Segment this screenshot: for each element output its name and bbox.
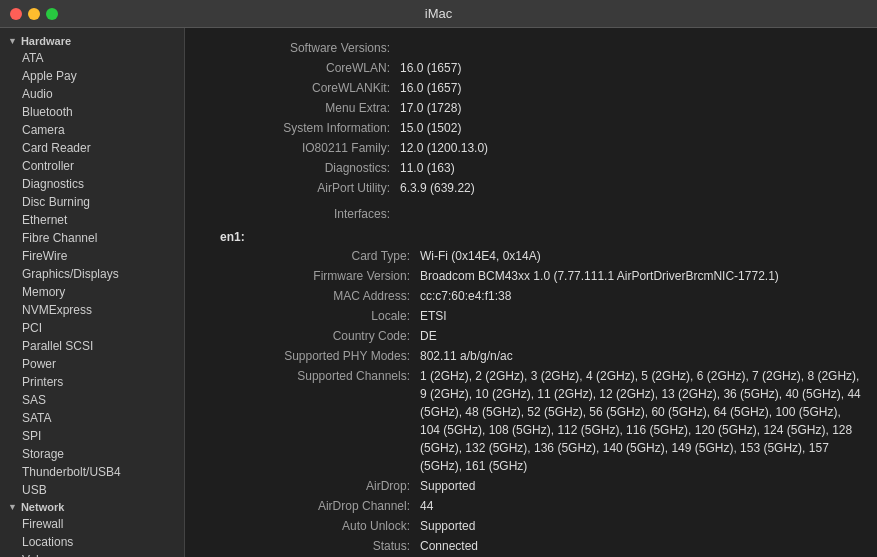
status-row: Status: Connected xyxy=(220,536,862,556)
sidebar-item[interactable]: Controller xyxy=(0,157,184,175)
sysinfo-row: System Information: 15.0 (1502) xyxy=(200,118,862,138)
auto-unlock-row: Auto Unlock: Supported xyxy=(220,516,862,536)
io80211-value: 12.0 (1200.13.0) xyxy=(400,139,862,157)
airport-row: AirPort Utility: 6.3.9 (639.22) xyxy=(200,178,862,198)
sidebar-item[interactable]: Power xyxy=(0,355,184,373)
sidebar-item[interactable]: Storage xyxy=(0,445,184,463)
firmware-row: Firmware Version: Broadcom BCM43xx 1.0 (… xyxy=(220,266,862,286)
interfaces-label: Interfaces: xyxy=(200,205,400,223)
channels-row: Supported Channels: 1 (2GHz), 2 (2GHz), … xyxy=(220,366,862,476)
sidebar-item[interactable]: Fibre Channel xyxy=(0,229,184,247)
country-row: Country Code: DE xyxy=(220,326,862,346)
content-area: Software Versions: CoreWLAN: 16.0 (1657)… xyxy=(185,28,877,557)
sidebar-section-hardware[interactable]: ▼ Hardware xyxy=(0,33,184,49)
sidebar-item[interactable]: Firewall xyxy=(0,515,184,533)
hardware-triangle-icon: ▼ xyxy=(8,36,17,46)
diagnostics-row: Diagnostics: 11.0 (163) xyxy=(200,158,862,178)
auto-unlock-value: Supported xyxy=(420,517,862,535)
section-title-row: Software Versions: xyxy=(200,38,862,58)
menuextra-label: Menu Extra: xyxy=(200,99,400,117)
sidebar-item[interactable]: Volumes xyxy=(0,551,184,557)
minimize-button[interactable] xyxy=(28,8,40,20)
sidebar: ▼ Hardware ATA Apple Pay Audio Bluetooth… xyxy=(0,28,185,557)
mac-row: MAC Address: cc:c7:60:e4:f1:38 xyxy=(220,286,862,306)
cardtype-label: Card Type: xyxy=(220,247,420,265)
sidebar-item[interactable]: Ethernet xyxy=(0,211,184,229)
hardware-section-label: Hardware xyxy=(21,35,71,47)
diagnostics-label: Diagnostics: xyxy=(200,159,400,177)
country-value: DE xyxy=(420,327,862,345)
sidebar-item[interactable]: NVMExpress xyxy=(0,301,184,319)
sidebar-item[interactable]: Apple Pay xyxy=(0,67,184,85)
airdrop-channel-row: AirDrop Channel: 44 xyxy=(220,496,862,516)
sysinfo-value: 15.0 (1502) xyxy=(400,119,862,137)
cardtype-value: Wi-Fi (0x14E4, 0x14A) xyxy=(420,247,862,265)
io80211-row: IO80211 Family: 12.0 (1200.13.0) xyxy=(200,138,862,158)
sysinfo-label: System Information: xyxy=(200,119,400,137)
locale-label: Locale: xyxy=(220,307,420,325)
airdrop-value: Supported xyxy=(420,477,862,495)
sidebar-item-graphics-displays[interactable]: Graphics/Displays xyxy=(0,265,184,283)
status-value: Connected xyxy=(420,537,862,555)
sidebar-item[interactable]: Parallel SCSI xyxy=(0,337,184,355)
country-label: Country Code: xyxy=(220,327,420,345)
firmware-value: Broadcom BCM43xx 1.0 (7.77.111.1 AirPort… xyxy=(420,267,862,285)
software-versions-label: Software Versions: xyxy=(200,39,400,57)
sidebar-item-locations[interactable]: Locations xyxy=(0,533,184,551)
cardtype-row: Card Type: Wi-Fi (0x14E4, 0x14A) xyxy=(220,246,862,266)
airport-value: 6.3.9 (639.22) xyxy=(400,179,862,197)
sidebar-item[interactable]: PCI xyxy=(0,319,184,337)
mac-label: MAC Address: xyxy=(220,287,420,305)
sidebar-item[interactable]: Memory xyxy=(0,283,184,301)
phy-modes-label: Supported PHY Modes: xyxy=(220,347,420,365)
software-versions-section: Software Versions: CoreWLAN: 16.0 (1657)… xyxy=(200,38,862,198)
airdrop-label: AirDrop: xyxy=(220,477,420,495)
en1-header: en1: xyxy=(220,230,862,244)
software-versions-value xyxy=(400,39,862,57)
auto-unlock-label: Auto Unlock: xyxy=(220,517,420,535)
sidebar-item[interactable]: USB xyxy=(0,481,184,499)
airdrop-channel-label: AirDrop Channel: xyxy=(220,497,420,515)
status-label: Status: xyxy=(220,537,420,555)
sidebar-item[interactable]: Camera xyxy=(0,121,184,139)
sidebar-item[interactable]: Diagnostics xyxy=(0,175,184,193)
close-button[interactable] xyxy=(10,8,22,20)
sidebar-item[interactable]: SPI xyxy=(0,427,184,445)
en1-section: en1: Card Type: Wi-Fi (0x14E4, 0x14A) Fi… xyxy=(220,230,862,557)
menuextra-value: 17.0 (1728) xyxy=(400,99,862,117)
sidebar-item[interactable]: Audio xyxy=(0,85,184,103)
sidebar-item-card-reader[interactable]: Card Reader xyxy=(0,139,184,157)
mac-value: cc:c7:60:e4:f1:38 xyxy=(420,287,862,305)
menuextra-row: Menu Extra: 17.0 (1728) xyxy=(200,98,862,118)
corewlankit-row: CoreWLANKit: 16.0 (1657) xyxy=(200,78,862,98)
sidebar-item[interactable]: Printers xyxy=(0,373,184,391)
network-triangle-icon: ▼ xyxy=(8,502,17,512)
diagnostics-value: 11.0 (163) xyxy=(400,159,862,177)
sidebar-item-bluetooth[interactable]: Bluetooth xyxy=(0,103,184,121)
window-controls[interactable] xyxy=(10,8,58,20)
channels-label: Supported Channels: xyxy=(220,367,420,385)
sidebar-item[interactable]: SAS xyxy=(0,391,184,409)
phy-modes-value: 802.11 a/b/g/n/ac xyxy=(420,347,862,365)
io80211-label: IO80211 Family: xyxy=(200,139,400,157)
sidebar-section-network[interactable]: ▼ Network xyxy=(0,499,184,515)
window-title: iMac xyxy=(425,6,452,21)
maximize-button[interactable] xyxy=(46,8,58,20)
phy-modes-row: Supported PHY Modes: 802.11 a/b/g/n/ac xyxy=(220,346,862,366)
sidebar-item[interactable]: Disc Burning xyxy=(0,193,184,211)
interfaces-header-row: Interfaces: xyxy=(200,204,862,224)
network-section-label: Network xyxy=(21,501,64,513)
corewlankit-value: 16.0 (1657) xyxy=(400,79,862,97)
airport-label: AirPort Utility: xyxy=(200,179,400,197)
sidebar-item[interactable]: Thunderbolt/USB4 xyxy=(0,463,184,481)
sidebar-item[interactable]: SATA xyxy=(0,409,184,427)
corewlan-label: CoreWLAN: xyxy=(200,59,400,77)
channels-value: 1 (2GHz), 2 (2GHz), 3 (2GHz), 4 (2GHz), … xyxy=(420,367,862,475)
airdrop-channel-value: 44 xyxy=(420,497,862,515)
sidebar-item[interactable]: ATA xyxy=(0,49,184,67)
corewlan-value: 16.0 (1657) xyxy=(400,59,862,77)
locale-row: Locale: ETSI xyxy=(220,306,862,326)
interfaces-section: Interfaces: en1: Card Type: Wi-Fi (0x14E… xyxy=(200,204,862,557)
locale-value: ETSI xyxy=(420,307,862,325)
sidebar-item[interactable]: FireWire xyxy=(0,247,184,265)
